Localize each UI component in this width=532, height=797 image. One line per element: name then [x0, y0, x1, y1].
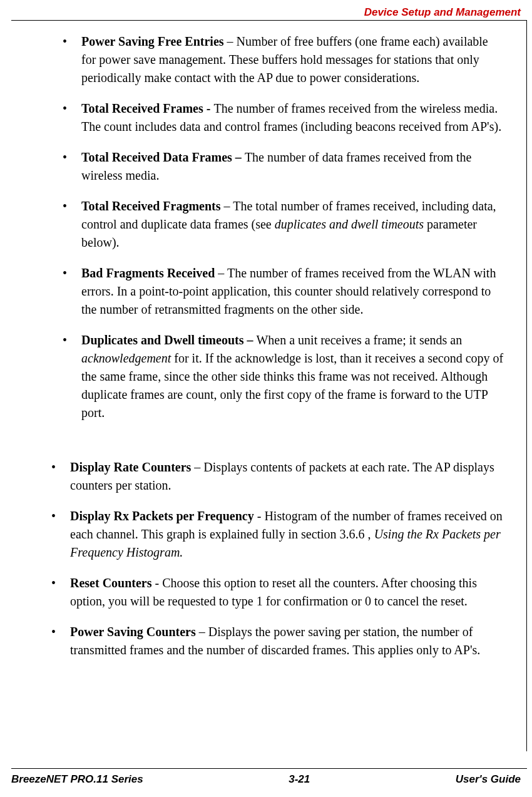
list-item: Display Rate Counters – Displays content… — [51, 458, 506, 495]
item-sep: – — [224, 34, 237, 48]
footer-left: BreezeNET PRO.11 Series — [11, 773, 143, 786]
header-rule — [11, 20, 527, 21]
item-italic: duplicates and dwell timeouts — [275, 217, 424, 231]
page-footer: BreezeNET PRO.11 Series 3-21 User's Guid… — [11, 773, 521, 786]
definition-list-1: Power Saving Free Entries – Number of fr… — [63, 33, 506, 422]
item-title: Power Saving Counters — [70, 625, 196, 639]
item-title: Display Rate Counters — [70, 460, 191, 474]
item-sep: – — [221, 199, 233, 213]
list-item: Total Received Fragments – The total num… — [63, 197, 506, 252]
section-header: Device Setup and Management — [364, 6, 521, 19]
item-italic: acknowledgement — [81, 351, 171, 365]
item-sep: – — [215, 266, 227, 280]
right-rule — [526, 20, 527, 751]
item-title: Bad Fragments Received — [81, 266, 215, 280]
item-title: Total Received Data Frames – — [81, 150, 245, 164]
item-title: Power Saving Free Entries — [81, 34, 224, 48]
list-item: Bad Fragments Received – The number of f… — [63, 264, 506, 319]
list-item: Display Rx Packets per Frequency - Histo… — [51, 507, 506, 562]
list-item: Duplicates and Dwell timeouts – When a u… — [63, 331, 506, 422]
list-item: Reset Counters - Choose this option to r… — [51, 574, 506, 610]
item-title: Reset Counters — [70, 576, 155, 590]
item-sep: – — [191, 460, 203, 474]
item-sep: – — [196, 625, 208, 639]
page-content: Power Saving Free Entries – Number of fr… — [63, 33, 506, 672]
footer-rule — [11, 768, 527, 769]
list-item: Power Saving Counters – Displays the pow… — [51, 623, 506, 659]
item-text-pre: When a unit receives a frame; it sends a… — [256, 333, 462, 347]
list-item: Total Received Frames - The number of fr… — [63, 100, 506, 136]
item-title: Total Received Fragments — [81, 199, 221, 213]
list-item: Total Received Data Frames – The number … — [63, 148, 506, 185]
item-title: Duplicates and Dwell timeouts – — [81, 333, 256, 347]
item-title: Display Rx Packets per Frequency — [70, 509, 254, 523]
footer-right: User's Guide — [456, 773, 521, 786]
item-sep: - — [155, 576, 163, 590]
item-sep: - — [254, 509, 265, 523]
list-item: Power Saving Free Entries – Number of fr… — [63, 33, 506, 87]
definition-list-2: Display Rate Counters – Displays content… — [51, 458, 506, 659]
item-title: Total Received Frames - — [81, 101, 213, 115]
footer-center: 3-21 — [289, 773, 310, 786]
